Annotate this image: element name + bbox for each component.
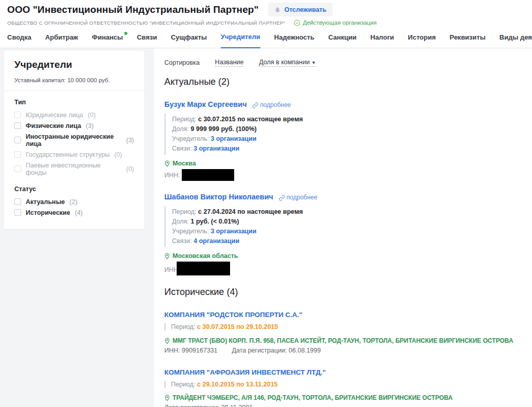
tab-svodka[interactable]: Сводка: [7, 33, 31, 48]
tab-arbitrazh[interactable]: Арбитраж: [45, 33, 78, 48]
tab-rekvizity[interactable]: Реквизиты: [450, 33, 486, 48]
inn-redacted: [177, 262, 230, 275]
tab-uchrediteli[interactable]: Учредители: [221, 33, 260, 48]
tab-nalogi[interactable]: Налоги: [370, 33, 394, 48]
link-icon: [279, 194, 285, 201]
checkbox-icon[interactable]: [14, 198, 21, 205]
checkbox-icon[interactable]: [14, 209, 21, 216]
filter-label: Юридические лица: [26, 112, 83, 119]
connections-label: Связи:: [172, 237, 192, 245]
type-filter-title: Тип: [14, 99, 134, 106]
org-status-label: Действующая организация: [303, 20, 377, 26]
follow-button-label: Отслеживать: [284, 6, 327, 13]
sort-label: Сортировка: [164, 59, 200, 66]
checkbox-icon[interactable]: [14, 137, 21, 143]
charter-capital: Уставный капитал: 10 000 000 руб.: [14, 77, 134, 83]
filter-count: (4): [75, 209, 83, 216]
location-pin-icon: [164, 337, 170, 344]
filter-historical[interactable]: Исторические (4): [14, 209, 134, 216]
tab-finansy-label: Финансы: [92, 33, 123, 41]
checkbox-icon: [14, 151, 21, 158]
company-name-link[interactable]: КОМПАНИЯ "РОДСТОК ПРОПЕРТИ С.А.": [164, 311, 302, 319]
founder-card-company: КОМПАНИЯ "АФРОАЗИЯ ИНВЕСТМЕНСТ ЛТД." Пер…: [164, 367, 520, 407]
section-actual-title: Актуальные (2): [164, 77, 520, 87]
founder-card-person: Бузук Марк Сергеевич подробнее Период: с…: [164, 100, 520, 181]
connections-orgs-link[interactable]: 4 организации: [194, 237, 239, 245]
filter-actual[interactable]: Актуальные (2): [14, 198, 134, 206]
check-circle-icon: [294, 19, 300, 26]
registration-date: Дата регистрации: 29.11.2001: [164, 404, 253, 407]
filter-label: Паевые инвестиционные фонды: [26, 162, 122, 176]
location-pin-icon: [164, 160, 170, 167]
dropdown-triangle-icon: ▼: [311, 60, 316, 65]
share-label: Доля:: [172, 218, 189, 225]
filter-foreign-legal-entities[interactable]: Иностранные юридические лица (3): [14, 133, 134, 147]
period-label: Период:: [172, 116, 196, 123]
filter-label: Иностранные юридические лица: [26, 133, 122, 147]
page-title: ООО "Инвестиционный Индустриальный Партн…: [7, 4, 259, 15]
inn-line: ИНН:: [164, 262, 520, 275]
filter-government-structures: Государственные структуры (0): [14, 151, 134, 158]
sort-by-name[interactable]: Название: [215, 59, 244, 67]
address-value: ТРАЙДЕНТ ЧЭМБЕРС, А/Я 146, РОД-ТАУН, ТОР…: [173, 394, 452, 401]
details-link-label: подробнее: [260, 101, 291, 108]
tab-istoriya[interactable]: История: [408, 33, 435, 48]
filter-count: (2): [69, 198, 77, 206]
founders-main: Сортировка Название Доля в компании▼ Акт…: [154, 48, 532, 407]
company-profile-page: ООО "Инвестиционный Индустриальный Партн…: [0, 0, 532, 407]
sort-by-share[interactable]: Доля в компании▼: [259, 59, 316, 67]
status-filter-group: Статус Актуальные (2) Исторические (4): [14, 186, 134, 216]
period-label: Период:: [171, 381, 195, 388]
founder-of-label: Учредитель:: [172, 228, 209, 235]
connections-label: Связи:: [172, 145, 192, 152]
filter-count: (0): [126, 165, 134, 173]
filter-legal-entities: Юридические лица (0): [14, 112, 134, 119]
filter-count: (3): [86, 122, 93, 130]
details-link-label: подробнее: [287, 194, 317, 201]
company-full-name: ОБЩЕСТВО С ОГРАНИЧЕННОЙ ОТВЕТСТВЕННОСТЬЮ…: [7, 20, 286, 26]
tab-sanktsii[interactable]: Санкции: [328, 33, 356, 48]
type-filter-group: Тип Юридические лица (0) Физические лица…: [14, 99, 134, 176]
company-inn: ИНН: 9909167331: [164, 347, 218, 354]
tab-vidy-deyat[interactable]: Виды деят.: [500, 33, 532, 48]
filter-count: (0): [88, 112, 96, 119]
filter-individuals[interactable]: Физические лица (3): [14, 122, 134, 130]
tab-svyazi[interactable]: Связи: [137, 33, 157, 48]
connections-orgs-link[interactable]: 3 организации: [194, 145, 239, 152]
location-value: Москва: [173, 160, 196, 167]
tab-finansy[interactable]: Финансы: [92, 33, 123, 48]
founder-name-link[interactable]: Шабанов Виктор Николаевич: [164, 193, 273, 201]
founder-name-link[interactable]: Бузук Марк Сергеевич: [164, 100, 247, 108]
checkbox-icon[interactable]: [14, 122, 21, 129]
main-nav: Сводка Арбитраж Финансы Связи Сущфакты У…: [0, 27, 532, 48]
tab-nadezhnost[interactable]: Надежность: [274, 33, 314, 48]
page-header: ООО "Инвестиционный Индустриальный Партн…: [0, 0, 532, 48]
inn-redacted: [182, 169, 234, 181]
founder-orgs-link[interactable]: 3 организации: [211, 135, 256, 142]
company-name-link[interactable]: КОМПАНИЯ "АФРОАЗИЯ ИНВЕСТМЕНСТ ЛТД.": [164, 368, 326, 376]
period-value: с 27.04.2024 по настоящее время: [198, 208, 303, 215]
follow-button[interactable]: Отслеживать: [268, 3, 333, 16]
share-label: Доля:: [172, 125, 189, 133]
founder-orgs-link[interactable]: 3 организации: [211, 228, 256, 235]
period-label: Период:: [171, 323, 195, 330]
founder-of-label: Учредитель:: [172, 135, 209, 142]
link-icon: [252, 101, 258, 108]
tab-sushchfakty[interactable]: Сущфакты: [171, 33, 207, 48]
location-pin-icon: [164, 252, 170, 260]
status-filter-title: Статус: [14, 186, 134, 193]
period-value: с 30.07.2015 по настоящее время: [198, 116, 303, 123]
filter-label: Физические лица: [26, 122, 81, 130]
location-value: Московская область: [173, 252, 238, 260]
period-value: с 30.07.2015 по 29.10.2015: [197, 323, 278, 330]
details-link[interactable]: подробнее: [279, 194, 317, 201]
filter-count: (3): [126, 137, 134, 144]
details-link[interactable]: подробнее: [252, 101, 291, 108]
filter-label: Исторические: [26, 209, 70, 216]
checkbox-icon: [14, 165, 21, 172]
founder-card-person: Шабанов Виктор Николаевич подробнее Пери…: [164, 192, 520, 275]
period-value: с 29.10.2015 по 13.11.2015: [197, 381, 278, 388]
filter-investment-funds: Паевые инвестиционные фонды (0): [14, 162, 134, 176]
filters-sidebar: Учредители Уставный капитал: 10 000 000 …: [4, 51, 144, 229]
filter-label: Государственные структуры: [26, 151, 109, 158]
